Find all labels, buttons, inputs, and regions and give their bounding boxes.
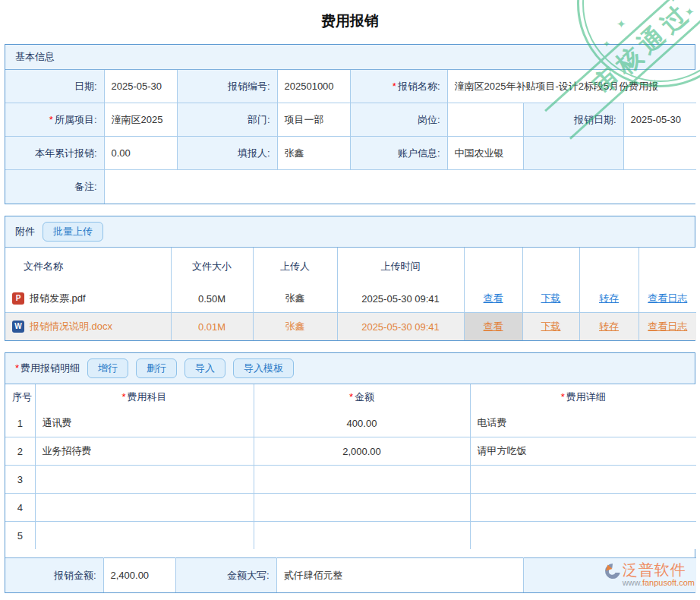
seq-cell: 2 <box>5 437 35 466</box>
basic-info-table: 日期: 2025-05-30 报销编号: 202501000 *报销名称: 潼南… <box>5 70 696 204</box>
vendor-logo-cell: 泛普软件 www.fanpusoft.com <box>523 558 696 593</box>
reimburse-no-label: 报销编号: <box>177 70 277 103</box>
attachments-header: 附件 批量上传 <box>5 216 695 248</box>
required-asterisk: * <box>393 81 396 92</box>
pdf-file-icon: P <box>12 292 24 305</box>
totals-row: 报销金额: 2,400.00 金额大写: 贰仟肆佰元整 泛普软件 www.fan… <box>5 557 696 592</box>
reimburse-date-value: 2025-05-30 <box>623 103 696 137</box>
project-value: 潼南区2025 <box>104 103 177 137</box>
vendor-logo: 泛普软件 www.fanpusoft.com <box>603 561 695 588</box>
view-link[interactable]: 查看 <box>484 321 503 332</box>
reimburse-date-label: 报销日期: <box>523 103 623 137</box>
detail-cell[interactable] <box>470 466 696 494</box>
basic-info-title: 基本信息 <box>15 50 55 64</box>
download-link[interactable]: 下载 <box>541 292 561 304</box>
file-name-cell: P报销发票.pdf <box>5 285 171 313</box>
subject-cell[interactable]: 通讯费 <box>35 409 254 437</box>
delete-row-button[interactable]: 删行 <box>136 358 177 378</box>
file-name-header: 文件名称 <box>5 248 171 285</box>
file-size-header: 文件大小 <box>171 248 253 285</box>
filler-value: 张鑫 <box>277 137 350 170</box>
filler-label: 填报人: <box>177 137 277 170</box>
attachments-section: 附件 批量上传 文件名称 文件大小 上传人 上传时间 P报销发票.pdf 0.5… <box>5 216 695 341</box>
attachment-row: P报销发票.pdf 0.50M 张鑫 2025-05-30 09:41 查看 下… <box>5 285 696 313</box>
post-label: 岗位: <box>350 103 447 137</box>
detail-cell[interactable] <box>470 522 696 550</box>
action-header <box>639 248 696 285</box>
action-header <box>522 248 579 285</box>
view-link[interactable]: 查看 <box>484 292 503 304</box>
subject-cell[interactable] <box>35 466 254 494</box>
post-value <box>447 103 523 137</box>
uploader-cell: 张鑫 <box>253 313 337 341</box>
required-asterisk: * <box>15 362 19 374</box>
table-row: 日期: 2025-05-30 报销编号: 202501000 *报销名称: 潼南… <box>5 70 696 103</box>
amount-cell[interactable]: 2,000.00 <box>254 437 470 466</box>
subject-header: *费用科目 <box>35 384 254 409</box>
date-label: 日期: <box>5 70 104 103</box>
amount-cell[interactable]: 400.00 <box>254 409 470 437</box>
expense-details-table: 序号 *费用科目 *金额 *费用详细 1 通讯费 400.00 电话费 2 业务… <box>5 384 696 549</box>
word-file-icon: W <box>12 321 24 333</box>
amount-in-words-value: 贰仟肆佰元整 <box>276 558 523 593</box>
subject-cell[interactable] <box>35 522 254 550</box>
amount-cell[interactable] <box>254 494 470 522</box>
amount-cell[interactable] <box>254 522 470 550</box>
date-value: 2025-05-30 <box>104 70 177 103</box>
action-header <box>579 248 639 285</box>
import-template-button[interactable]: 导入模板 <box>233 358 294 378</box>
seq-cell: 1 <box>5 409 35 437</box>
upload-time-cell: 2025-05-30 09:41 <box>337 313 464 341</box>
remark-value <box>104 170 696 204</box>
required-asterisk: * <box>49 114 53 125</box>
expense-details-section: *费用报销明细 增行 删行 导入 导入模板 序号 *费用科目 *金额 *费用详细… <box>5 352 695 593</box>
vendor-name: 泛普软件 <box>623 561 695 578</box>
file-name-cell: W报销情况说明.docx <box>5 313 171 341</box>
subject-cell[interactable] <box>35 494 254 522</box>
spacer <box>5 549 695 557</box>
table-row: 本年累计报销: 0.00 填报人: 张鑫 账户信息: 中国农业银 <box>5 137 696 170</box>
department-label: 部门: <box>177 103 277 137</box>
view-log-link[interactable]: 查看日志 <box>648 292 687 304</box>
fanpu-swirl-icon <box>603 561 621 581</box>
upload-time-header: 上传时间 <box>337 248 464 285</box>
basic-info-section: 基本信息 日期: 2025-05-30 报销编号: 202501000 *报销名… <box>5 44 695 204</box>
detail-row: 5 <box>5 522 696 550</box>
required-asterisk: * <box>121 391 125 403</box>
attachments-table: 文件名称 文件大小 上传人 上传时间 P报销发票.pdf 0.50M 张鑫 20… <box>5 248 696 340</box>
required-asterisk: * <box>349 391 353 403</box>
upload-time-cell: 2025-05-30 09:41 <box>337 285 464 313</box>
uploader-cell: 张鑫 <box>253 285 337 313</box>
page-title: 费用报销 <box>0 0 700 44</box>
expense-details-title: *费用报销明细 <box>15 362 80 375</box>
amount-cell[interactable] <box>254 466 470 494</box>
detail-row: 3 <box>5 466 696 494</box>
transfer-link[interactable]: 转存 <box>599 321 619 332</box>
detail-row: 2 业务招待费 2,000.00 请甲方吃饭 <box>5 437 696 466</box>
batch-upload-button[interactable]: 批量上传 <box>43 222 103 242</box>
empty-label-cell <box>523 137 623 170</box>
add-row-button[interactable]: 增行 <box>87 358 128 378</box>
ytd-total-value: 0.00 <box>104 137 177 170</box>
details-header-row: 序号 *费用科目 *金额 *费用详细 <box>5 384 696 409</box>
seq-cell: 3 <box>5 466 35 494</box>
detail-cell[interactable] <box>470 494 696 522</box>
file-size-cell: 0.01M <box>171 313 253 341</box>
import-button[interactable]: 导入 <box>184 358 225 378</box>
reimburse-no-value: 202501000 <box>277 70 350 103</box>
view-log-link[interactable]: 查看日志 <box>648 321 687 332</box>
remark-label: 备注: <box>5 170 104 204</box>
total-amount-label: 报销金额: <box>5 558 103 593</box>
transfer-link[interactable]: 转存 <box>599 292 619 304</box>
subject-cell[interactable]: 业务招待费 <box>35 437 254 466</box>
seq-header: 序号 <box>5 384 35 409</box>
attachments-title: 附件 <box>15 225 35 238</box>
detail-cell[interactable]: 电话费 <box>470 409 696 437</box>
seq-cell: 4 <box>5 494 35 522</box>
file-size-cell: 0.50M <box>171 285 253 313</box>
uploader-header: 上传人 <box>253 248 337 285</box>
detail-cell[interactable]: 请甲方吃饭 <box>470 437 696 466</box>
detail-header: *费用详细 <box>470 384 696 409</box>
table-row: *所属项目: 潼南区2025 部门: 项目一部 岗位: 报销日期: 2025-0… <box>5 103 696 137</box>
download-link[interactable]: 下载 <box>541 321 561 332</box>
